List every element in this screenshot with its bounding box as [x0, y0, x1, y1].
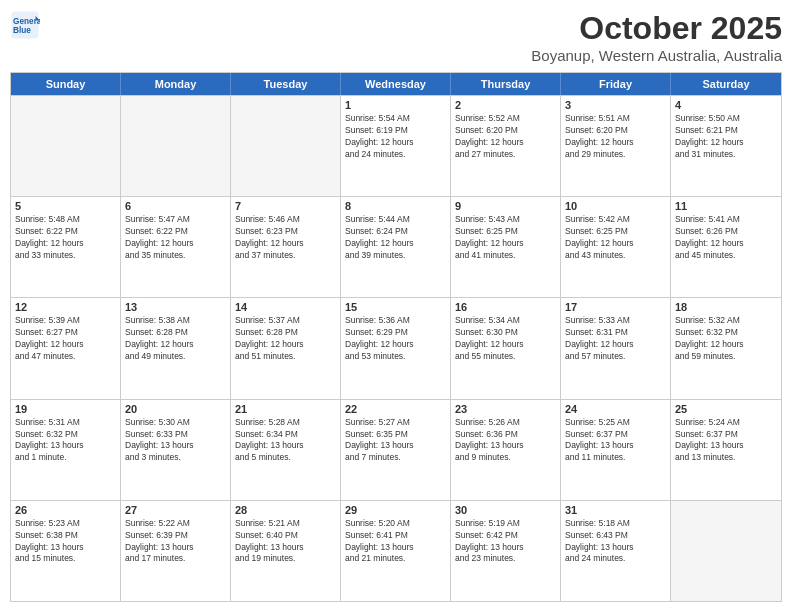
calendar-row-4: 26Sunrise: 5:23 AM Sunset: 6:38 PM Dayli…	[11, 500, 781, 601]
day-cell-17: 17Sunrise: 5:33 AM Sunset: 6:31 PM Dayli…	[561, 298, 671, 398]
day-info: Sunrise: 5:27 AM Sunset: 6:35 PM Dayligh…	[345, 417, 446, 465]
day-number: 19	[15, 403, 116, 415]
day-number: 25	[675, 403, 777, 415]
day-number: 27	[125, 504, 226, 516]
page: General Blue October 2025 Boyanup, Weste…	[0, 0, 792, 612]
day-info: Sunrise: 5:41 AM Sunset: 6:26 PM Dayligh…	[675, 214, 777, 262]
day-info: Sunrise: 5:47 AM Sunset: 6:22 PM Dayligh…	[125, 214, 226, 262]
weekday-header-saturday: Saturday	[671, 73, 781, 95]
day-number: 10	[565, 200, 666, 212]
logo-icon: General Blue	[10, 10, 40, 40]
day-info: Sunrise: 5:39 AM Sunset: 6:27 PM Dayligh…	[15, 315, 116, 363]
day-number: 12	[15, 301, 116, 313]
calendar-row-3: 19Sunrise: 5:31 AM Sunset: 6:32 PM Dayli…	[11, 399, 781, 500]
day-cell-16: 16Sunrise: 5:34 AM Sunset: 6:30 PM Dayli…	[451, 298, 561, 398]
calendar-row-0: 1Sunrise: 5:54 AM Sunset: 6:19 PM Daylig…	[11, 95, 781, 196]
day-cell-19: 19Sunrise: 5:31 AM Sunset: 6:32 PM Dayli…	[11, 400, 121, 500]
svg-text:Blue: Blue	[13, 26, 31, 35]
title-area: October 2025 Boyanup, Western Australia,…	[531, 10, 782, 64]
weekday-header-wednesday: Wednesday	[341, 73, 451, 95]
day-number: 29	[345, 504, 446, 516]
calendar-row-1: 5Sunrise: 5:48 AM Sunset: 6:22 PM Daylig…	[11, 196, 781, 297]
day-info: Sunrise: 5:23 AM Sunset: 6:38 PM Dayligh…	[15, 518, 116, 566]
day-cell-29: 29Sunrise: 5:20 AM Sunset: 6:41 PM Dayli…	[341, 501, 451, 601]
day-number: 4	[675, 99, 777, 111]
day-cell-22: 22Sunrise: 5:27 AM Sunset: 6:35 PM Dayli…	[341, 400, 451, 500]
day-cell-23: 23Sunrise: 5:26 AM Sunset: 6:36 PM Dayli…	[451, 400, 561, 500]
day-cell-21: 21Sunrise: 5:28 AM Sunset: 6:34 PM Dayli…	[231, 400, 341, 500]
day-info: Sunrise: 5:19 AM Sunset: 6:42 PM Dayligh…	[455, 518, 556, 566]
day-cell-11: 11Sunrise: 5:41 AM Sunset: 6:26 PM Dayli…	[671, 197, 781, 297]
day-cell-26: 26Sunrise: 5:23 AM Sunset: 6:38 PM Dayli…	[11, 501, 121, 601]
day-number: 13	[125, 301, 226, 313]
day-number: 30	[455, 504, 556, 516]
weekday-header-thursday: Thursday	[451, 73, 561, 95]
location: Boyanup, Western Australia, Australia	[531, 47, 782, 64]
logo: General Blue	[10, 10, 40, 40]
day-cell-25: 25Sunrise: 5:24 AM Sunset: 6:37 PM Dayli…	[671, 400, 781, 500]
day-info: Sunrise: 5:18 AM Sunset: 6:43 PM Dayligh…	[565, 518, 666, 566]
day-cell-14: 14Sunrise: 5:37 AM Sunset: 6:28 PM Dayli…	[231, 298, 341, 398]
day-info: Sunrise: 5:30 AM Sunset: 6:33 PM Dayligh…	[125, 417, 226, 465]
day-cell-empty-0-1	[121, 96, 231, 196]
day-info: Sunrise: 5:42 AM Sunset: 6:25 PM Dayligh…	[565, 214, 666, 262]
day-cell-3: 3Sunrise: 5:51 AM Sunset: 6:20 PM Daylig…	[561, 96, 671, 196]
day-info: Sunrise: 5:51 AM Sunset: 6:20 PM Dayligh…	[565, 113, 666, 161]
day-cell-2: 2Sunrise: 5:52 AM Sunset: 6:20 PM Daylig…	[451, 96, 561, 196]
day-info: Sunrise: 5:50 AM Sunset: 6:21 PM Dayligh…	[675, 113, 777, 161]
weekday-header-friday: Friday	[561, 73, 671, 95]
day-cell-6: 6Sunrise: 5:47 AM Sunset: 6:22 PM Daylig…	[121, 197, 231, 297]
day-info: Sunrise: 5:44 AM Sunset: 6:24 PM Dayligh…	[345, 214, 446, 262]
day-info: Sunrise: 5:34 AM Sunset: 6:30 PM Dayligh…	[455, 315, 556, 363]
day-info: Sunrise: 5:28 AM Sunset: 6:34 PM Dayligh…	[235, 417, 336, 465]
day-number: 26	[15, 504, 116, 516]
day-cell-27: 27Sunrise: 5:22 AM Sunset: 6:39 PM Dayli…	[121, 501, 231, 601]
day-number: 21	[235, 403, 336, 415]
weekday-header-sunday: Sunday	[11, 73, 121, 95]
calendar-header: SundayMondayTuesdayWednesdayThursdayFrid…	[11, 73, 781, 95]
day-info: Sunrise: 5:32 AM Sunset: 6:32 PM Dayligh…	[675, 315, 777, 363]
day-cell-7: 7Sunrise: 5:46 AM Sunset: 6:23 PM Daylig…	[231, 197, 341, 297]
day-cell-13: 13Sunrise: 5:38 AM Sunset: 6:28 PM Dayli…	[121, 298, 231, 398]
day-number: 31	[565, 504, 666, 516]
day-cell-4: 4Sunrise: 5:50 AM Sunset: 6:21 PM Daylig…	[671, 96, 781, 196]
calendar-row-2: 12Sunrise: 5:39 AM Sunset: 6:27 PM Dayli…	[11, 297, 781, 398]
day-info: Sunrise: 5:25 AM Sunset: 6:37 PM Dayligh…	[565, 417, 666, 465]
day-info: Sunrise: 5:24 AM Sunset: 6:37 PM Dayligh…	[675, 417, 777, 465]
month-title: October 2025	[531, 10, 782, 47]
day-number: 7	[235, 200, 336, 212]
day-number: 15	[345, 301, 446, 313]
day-number: 5	[15, 200, 116, 212]
day-number: 14	[235, 301, 336, 313]
day-number: 18	[675, 301, 777, 313]
day-cell-18: 18Sunrise: 5:32 AM Sunset: 6:32 PM Dayli…	[671, 298, 781, 398]
day-cell-8: 8Sunrise: 5:44 AM Sunset: 6:24 PM Daylig…	[341, 197, 451, 297]
day-number: 11	[675, 200, 777, 212]
day-info: Sunrise: 5:48 AM Sunset: 6:22 PM Dayligh…	[15, 214, 116, 262]
day-number: 8	[345, 200, 446, 212]
day-cell-24: 24Sunrise: 5:25 AM Sunset: 6:37 PM Dayli…	[561, 400, 671, 500]
day-info: Sunrise: 5:46 AM Sunset: 6:23 PM Dayligh…	[235, 214, 336, 262]
day-info: Sunrise: 5:52 AM Sunset: 6:20 PM Dayligh…	[455, 113, 556, 161]
day-number: 23	[455, 403, 556, 415]
day-cell-empty-0-2	[231, 96, 341, 196]
day-cell-15: 15Sunrise: 5:36 AM Sunset: 6:29 PM Dayli…	[341, 298, 451, 398]
day-cell-empty-0-0	[11, 96, 121, 196]
day-number: 2	[455, 99, 556, 111]
day-cell-28: 28Sunrise: 5:21 AM Sunset: 6:40 PM Dayli…	[231, 501, 341, 601]
weekday-header-tuesday: Tuesday	[231, 73, 341, 95]
day-number: 22	[345, 403, 446, 415]
day-number: 17	[565, 301, 666, 313]
calendar: SundayMondayTuesdayWednesdayThursdayFrid…	[10, 72, 782, 602]
day-info: Sunrise: 5:26 AM Sunset: 6:36 PM Dayligh…	[455, 417, 556, 465]
day-cell-9: 9Sunrise: 5:43 AM Sunset: 6:25 PM Daylig…	[451, 197, 561, 297]
day-cell-30: 30Sunrise: 5:19 AM Sunset: 6:42 PM Dayli…	[451, 501, 561, 601]
weekday-header-monday: Monday	[121, 73, 231, 95]
header: General Blue October 2025 Boyanup, Weste…	[10, 10, 782, 64]
day-cell-10: 10Sunrise: 5:42 AM Sunset: 6:25 PM Dayli…	[561, 197, 671, 297]
day-info: Sunrise: 5:33 AM Sunset: 6:31 PM Dayligh…	[565, 315, 666, 363]
day-cell-12: 12Sunrise: 5:39 AM Sunset: 6:27 PM Dayli…	[11, 298, 121, 398]
day-number: 28	[235, 504, 336, 516]
day-cell-empty-4-6	[671, 501, 781, 601]
calendar-body: 1Sunrise: 5:54 AM Sunset: 6:19 PM Daylig…	[11, 95, 781, 601]
